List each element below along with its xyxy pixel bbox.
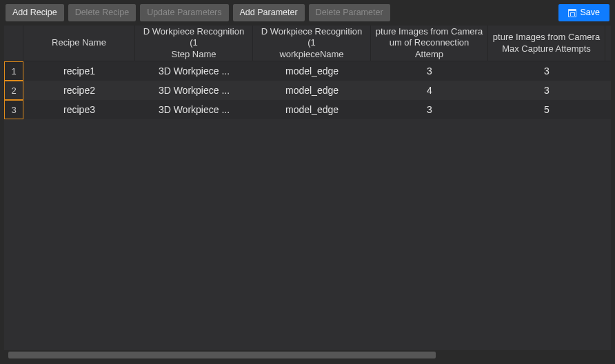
col-header-recipe-name[interactable]: Recipe Name xyxy=(23,26,135,61)
toolbar: Add Recipe Delete Recipe Update Paramete… xyxy=(0,0,615,26)
cell-recipe-name[interactable]: recipe3 xyxy=(23,100,135,119)
delete-parameter-button[interactable]: Delete Parameter xyxy=(309,4,390,21)
cell-reconnection-attempts[interactable]: 4 xyxy=(371,81,488,100)
cell-workpiece-name[interactable]: model_edge xyxy=(253,61,371,81)
col-header-reconnection-attempts[interactable]: pture Images from Cameraum of Reconnecti… xyxy=(371,26,488,61)
save-icon xyxy=(568,9,576,17)
cell-recipe-name[interactable]: recipe2 xyxy=(23,81,135,100)
cell-max-capture-attempts[interactable]: 3 xyxy=(488,81,605,100)
add-parameter-button[interactable]: Add Parameter xyxy=(233,4,305,21)
row-number[interactable]: 2 xyxy=(4,81,23,100)
cell-workpiece-name[interactable]: model_edge xyxy=(253,100,371,119)
delete-recipe-button[interactable]: Delete Recipe xyxy=(68,4,137,21)
save-button[interactable]: Save xyxy=(558,4,610,21)
data-grid: Recipe Name D Workpiece Recognition (1St… xyxy=(4,26,611,119)
cell-step-name[interactable]: 3D Workpiece ... xyxy=(135,61,253,81)
table-row[interactable]: 3 recipe3 3D Workpiece ... model_edge 3 … xyxy=(4,100,611,119)
cell-step-name[interactable]: 3D Workpiece ... xyxy=(135,100,253,119)
col-header-max-capture-attempts[interactable]: pture Images from CameraMax Capture Atte… xyxy=(488,26,605,61)
cell-recipe-name[interactable]: recipe1 xyxy=(23,61,135,81)
add-recipe-button[interactable]: Add Recipe xyxy=(6,4,64,21)
row-number[interactable]: 1 xyxy=(4,61,23,81)
header-corner xyxy=(4,26,23,61)
app-root: Add Recipe Delete Recipe Update Paramete… xyxy=(0,0,615,364)
table-row[interactable]: 2 recipe2 3D Workpiece ... model_edge 4 … xyxy=(4,81,611,100)
col-header-workpiece-name[interactable]: D Workpiece Recognition (1workpieceName xyxy=(253,26,371,61)
table-header-row: Recipe Name D Workpiece Recognition (1St… xyxy=(4,26,611,61)
save-button-label: Save xyxy=(581,8,601,18)
cell-workpiece-name[interactable]: model_edge xyxy=(253,81,371,100)
update-parameters-button[interactable]: Update Parameters xyxy=(140,4,228,21)
table-row[interactable]: 1 recipe1 3D Workpiece ... model_edge 3 … xyxy=(4,61,611,81)
cell-reconnection-attempts[interactable]: 3 xyxy=(371,61,488,81)
col-header-step-name[interactable]: D Workpiece Recognition (1Step Name xyxy=(135,26,253,61)
table-area: Recipe Name D Workpiece Recognition (1St… xyxy=(4,26,611,360)
cell-step-name[interactable]: 3D Workpiece ... xyxy=(135,81,253,100)
table-scroll[interactable]: Recipe Name D Workpiece Recognition (1St… xyxy=(4,26,611,360)
cell-reconnection-attempts[interactable]: 3 xyxy=(371,100,488,119)
cell-max-capture-attempts[interactable]: 5 xyxy=(488,100,605,119)
cell-max-capture-attempts[interactable]: 3 xyxy=(488,61,605,81)
row-number[interactable]: 3 xyxy=(4,100,23,119)
